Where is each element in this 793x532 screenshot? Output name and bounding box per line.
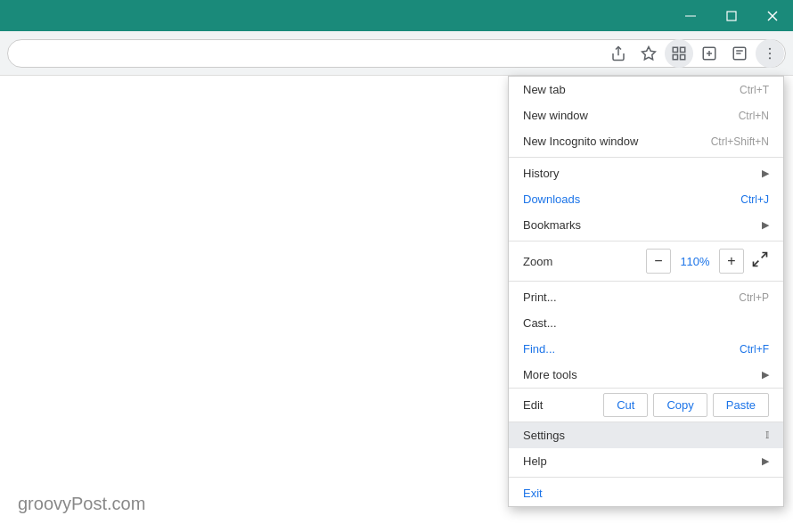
menu-item-more-tools[interactable]: More tools ▶	[509, 362, 783, 388]
svg-rect-0	[685, 15, 696, 16]
find-label: Find...	[523, 342, 555, 356]
bookmarks-label: Bookmarks	[523, 218, 581, 232]
extensions-icon[interactable]	[665, 39, 693, 68]
more-tools-label: More tools	[523, 368, 577, 381]
menu-icon[interactable]	[756, 39, 784, 68]
edit-label: Edit	[523, 398, 598, 412]
menu-item-find[interactable]: Find... Ctrl+F	[509, 336, 783, 362]
settings-label: Settings	[523, 429, 565, 442]
edit-row: Edit Cut Copy Paste	[509, 388, 783, 422]
cut-button[interactable]: Cut	[603, 393, 648, 417]
exit-label: Exit	[523, 487, 543, 500]
share-icon[interactable]	[604, 39, 633, 68]
new-incognito-shortcut: Ctrl+Shift+N	[711, 135, 769, 148]
zoom-minus-button[interactable]: −	[646, 249, 671, 274]
menu-item-help[interactable]: Help ▶	[509, 448, 783, 474]
paste-button[interactable]: Paste	[713, 393, 769, 417]
print-shortcut: Ctrl+P	[739, 291, 769, 304]
add-tab-icon[interactable]	[695, 39, 724, 68]
copy-button[interactable]: Copy	[653, 393, 707, 417]
bookmark-icon[interactable]	[634, 39, 663, 68]
new-window-label: New window	[523, 109, 588, 122]
new-window-shortcut: Ctrl+N	[739, 110, 769, 122]
minimize-button[interactable]	[670, 0, 711, 31]
watermark: groovyPost.com	[18, 494, 145, 514]
toolbar-right	[604, 39, 784, 68]
svg-line-21	[754, 261, 759, 266]
restore-button[interactable]	[711, 0, 752, 31]
title-bar-controls	[670, 0, 793, 31]
menu-item-print[interactable]: Print... Ctrl+P	[509, 284, 783, 310]
menu-item-settings[interactable]: Settings 𝕀	[509, 422, 783, 448]
history-label: History	[523, 167, 559, 180]
svg-rect-7	[681, 47, 685, 52]
menu-item-new-tab[interactable]: New tab Ctrl+T	[509, 77, 783, 102]
cursor-icon: 𝕀	[765, 430, 769, 441]
new-tab-shortcut: Ctrl+T	[740, 84, 769, 96]
zoom-value: 110%	[678, 255, 712, 268]
svg-point-17	[769, 52, 771, 53]
cast-label: Cast...	[523, 316, 557, 330]
svg-rect-1	[727, 12, 736, 20]
browser-toolbar	[0, 31, 793, 76]
print-label: Print...	[523, 291, 557, 304]
help-label: Help	[523, 454, 547, 468]
new-incognito-label: New Incognito window	[523, 135, 638, 148]
menu-item-new-window[interactable]: New window Ctrl+N	[509, 102, 783, 128]
svg-point-16	[769, 47, 771, 49]
divider-3	[509, 281, 783, 282]
menu-item-downloads[interactable]: Downloads Ctrl+J	[509, 186, 783, 212]
menu-item-cast[interactable]: Cast...	[509, 310, 783, 336]
title-bar	[0, 0, 793, 31]
more-tools-arrow: ▶	[762, 369, 769, 381]
menu-item-bookmarks[interactable]: Bookmarks ▶	[509, 212, 783, 238]
svg-rect-8	[681, 54, 685, 59]
find-shortcut: Ctrl+F	[740, 343, 769, 356]
tab-search-icon[interactable]	[725, 39, 754, 68]
svg-line-20	[762, 253, 767, 258]
zoom-row: Zoom − 110% +	[509, 244, 783, 278]
downloads-shortcut: Ctrl+J	[740, 193, 769, 206]
downloads-label: Downloads	[523, 192, 580, 206]
zoom-fullscreen-button[interactable]	[751, 250, 769, 272]
svg-marker-5	[642, 46, 656, 59]
divider-2	[509, 241, 783, 241]
context-menu: New tab Ctrl+T New window Ctrl+N New Inc…	[508, 76, 784, 507]
zoom-plus-button[interactable]: +	[719, 249, 744, 274]
close-button[interactable]	[752, 0, 793, 31]
bookmarks-arrow: ▶	[762, 219, 769, 231]
svg-rect-9	[673, 54, 677, 59]
svg-point-18	[769, 57, 771, 59]
svg-rect-6	[673, 47, 677, 52]
divider-1	[509, 157, 783, 158]
help-arrow: ▶	[762, 455, 769, 467]
zoom-label: Zoom	[523, 255, 639, 268]
menu-item-history[interactable]: History ▶	[509, 160, 783, 186]
menu-item-new-incognito[interactable]: New Incognito window Ctrl+Shift+N	[509, 128, 783, 154]
menu-item-exit[interactable]: Exit	[509, 480, 783, 506]
new-tab-label: New tab	[523, 83, 566, 96]
divider-4	[509, 477, 783, 478]
history-arrow: ▶	[762, 168, 769, 179]
